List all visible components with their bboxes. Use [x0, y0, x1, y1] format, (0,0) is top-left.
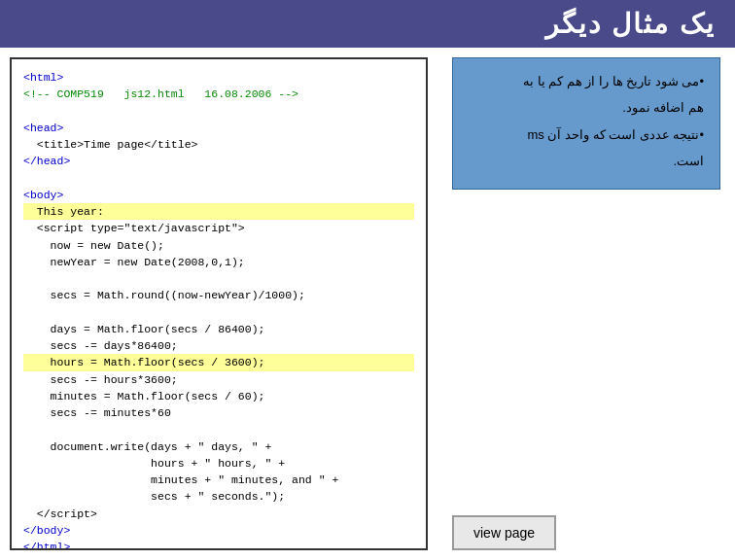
code-line8: minutes = Math.floor(secs / 60);: [23, 390, 264, 402]
code-body-close: </body>: [23, 524, 70, 537]
code-line6: hours = Math.floor(secs / 3600);: [23, 354, 414, 370]
code-title: <title>Time page</title>: [23, 138, 197, 151]
code-line3: secs = Math.round((now-newYear)/1000);: [23, 289, 305, 301]
code-line7: secs -= hours*3600;: [23, 373, 178, 386]
code-panel: <html> <!-- COMP519 js12.html 16.08.2006…: [10, 57, 428, 550]
view-page-button[interactable]: view page: [452, 515, 556, 550]
code-line11: hours + " hours, " +: [23, 457, 285, 470]
code-block: <html> <!-- COMP519 js12.html 16.08.2006…: [23, 69, 414, 550]
code-line12: minutes + " minutes, and " +: [23, 473, 338, 486]
code-body-open: <body>: [23, 189, 63, 201]
info-bullet1b: هم اضافه نمود.: [469, 96, 704, 119]
header-title: یک مثال دیگر: [545, 9, 716, 39]
code-script-close: </script>: [23, 508, 97, 520]
info-box: •می شود تاریخ ها را از هم کم یا به هم اض…: [452, 57, 720, 190]
page-header: یک مثال دیگر: [0, 0, 735, 48]
info-bullet2: •نتیجه عددی است که واحد آن ms: [469, 123, 704, 146]
code-line1: now = new Date();: [23, 239, 164, 252]
code-head-open: <head>: [23, 122, 63, 134]
code-line13: secs + " seconds.");: [23, 490, 285, 503]
code-line2: newYear = new Date(2008,0,1);: [23, 256, 245, 268]
code-html-open: <html>: [23, 71, 63, 84]
code-line9: secs -= minutes*60: [23, 406, 171, 419]
code-line10: document.write(days + " days, " +: [23, 440, 271, 453]
code-script-open: <script type="text/javascript">: [23, 222, 245, 234]
code-line4: days = Math.floor(secs / 86400);: [23, 323, 264, 335]
code-line5: secs -= days*86400;: [23, 339, 178, 352]
code-this-year: This year:: [23, 203, 414, 220]
right-panel: •می شود تاریخ ها را از هم کم یا به هم اض…: [438, 48, 735, 560]
info-bullet1: •می شود تاریخ ها را از هم کم یا به: [469, 70, 704, 92]
code-html-close: </html>: [23, 541, 70, 550]
main-content: <html> <!-- COMP519 js12.html 16.08.2006…: [0, 48, 735, 560]
code-head-close: </head>: [23, 155, 70, 167]
info-bullet2b: است.: [469, 150, 704, 172]
code-comment: <!-- COMP519 js12.html 16.08.2006 -->: [23, 88, 298, 100]
